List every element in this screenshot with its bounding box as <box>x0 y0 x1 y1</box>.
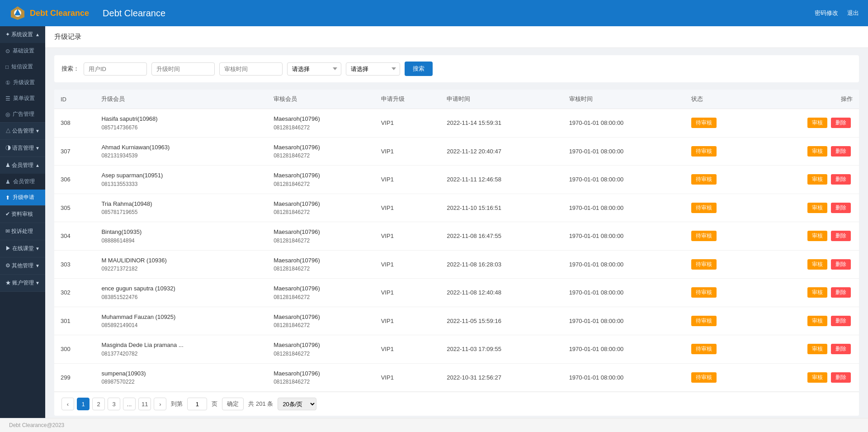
cell-upgrade-member: M MAULIDINOR (10936) 092271372182 <box>95 250 267 279</box>
delete-action-btn[interactable]: 删除 <box>831 174 851 185</box>
sidebar-item-label: 广告管理 <box>13 110 34 118</box>
cell-actions: 审核 删除 <box>754 137 859 166</box>
header: Debt Clearance Debt Clearance 密码修改 退出 <box>0 0 868 26</box>
delete-action-btn[interactable]: 删除 <box>831 372 851 383</box>
sidebar-section-header-language[interactable]: ◑ 语言管理 ▼ <box>0 140 45 157</box>
review-action-btn[interactable]: 审核 <box>807 231 827 241</box>
sidebar-section-member: ♟ 会员管理 ▲ ♟ 会员管理 ⬆ 升级申请 <box>0 157 45 206</box>
page-btn-1[interactable]: 1 <box>77 398 90 410</box>
cell-apply-time: 2022-11-08 12:40:48 <box>440 279 562 307</box>
sidebar-section-complaint: ✉ 投诉处理 <box>0 223 45 240</box>
cell-id: 299 <box>54 363 95 392</box>
table-header-row: ID 升级会员 审核会员 申请升级 申请时间 审核时间 状态 操作 <box>54 90 859 109</box>
sidebar-item-ad-management[interactable]: ◎ 广告管理 <box>0 106 45 122</box>
sidebar-section-header-member[interactable]: ♟ 会员管理 ▲ <box>0 157 45 174</box>
cell-review-time: 1970-01-01 08:00:00 <box>563 194 685 222</box>
table-row: 307 Ahmad Kurniawan(10963) 082131934539 … <box>54 137 859 166</box>
cell-upgrade-member: Muhammad Fauzan (10925) 085892149014 <box>95 307 267 335</box>
cell-review-member: Maesaroh(10796) 081281846272 <box>267 222 375 251</box>
cell-apply-time: 2022-11-05 15:59:16 <box>440 307 562 335</box>
sidebar-item-menu-settings[interactable]: ☰ 菜单设置 <box>0 90 45 106</box>
cell-status: 待审核 <box>685 279 754 307</box>
page-goto-input[interactable] <box>187 398 207 410</box>
footer-text: Debt Clearance@2023 <box>9 422 64 428</box>
search-upgrade-time-input[interactable] <box>151 62 215 76</box>
prev-page-btn[interactable]: ‹ <box>61 398 74 410</box>
next-page-btn[interactable]: › <box>154 398 166 410</box>
cell-actions: 审核 删除 <box>754 109 859 138</box>
cell-actions: 审核 删除 <box>754 279 859 307</box>
table-row: 301 Muhammad Fauzan (10925) 085892149014… <box>54 307 859 335</box>
search-label: 搜索： <box>61 65 79 73</box>
search-select-1[interactable]: 请选择 <box>287 62 341 76</box>
page-btn-11[interactable]: 11 <box>138 398 151 410</box>
sidebar-item-label: 菜单设置 <box>13 95 35 102</box>
sidebar-section-language: ◑ 语言管理 ▼ <box>0 140 45 157</box>
table-row: 305 Tria Rahma(10948) 085781719655 Maesa… <box>54 194 859 222</box>
search-user-id-input[interactable] <box>84 62 147 76</box>
sidebar-section-label-language: ◑ 语言管理 <box>5 144 34 152</box>
review-action-btn[interactable]: 审核 <box>807 118 827 128</box>
sidebar-section-header-online-class[interactable]: ▶ 在线课堂 ▼ <box>0 240 45 257</box>
sidebar-section-header-complaint[interactable]: ✉ 投诉处理 <box>0 223 45 240</box>
cell-status: 待审核 <box>685 335 754 364</box>
sidebar-section-header-system[interactable]: ✦ 系统设置 ▲ <box>0 26 45 43</box>
ad-icon: ◎ <box>5 111 10 118</box>
review-action-btn[interactable]: 审核 <box>807 203 827 213</box>
sidebar-item-upgrade-settings[interactable]: ① 升级设置 <box>0 75 45 90</box>
sidebar-item-basic-settings[interactable]: ⊙ 基础设置 <box>0 43 45 59</box>
delete-action-btn[interactable]: 删除 <box>831 146 851 157</box>
review-action-btn[interactable]: 审核 <box>807 344 827 354</box>
change-password-btn[interactable]: 密码修改 <box>815 9 838 17</box>
delete-action-btn[interactable]: 删除 <box>831 344 851 354</box>
page-size-select[interactable]: 20条/页 50条/页 100条/页 <box>278 398 316 410</box>
sidebar-section-label-online-class: ▶ 在线课堂 <box>5 245 34 252</box>
sidebar-item-upgrade-apply[interactable]: ⬆ 升级申请 <box>0 190 45 205</box>
delete-action-btn[interactable]: 删除 <box>831 118 851 128</box>
review-action-btn[interactable]: 审核 <box>807 174 827 185</box>
sidebar-section-header-other[interactable]: ⚙ 其他管理 ▼ <box>0 257 45 274</box>
delete-action-btn[interactable]: 删除 <box>831 203 851 213</box>
delete-action-btn[interactable]: 删除 <box>831 231 851 241</box>
search-review-time-input[interactable] <box>219 62 283 76</box>
page-confirm-btn[interactable]: 确定 <box>222 398 244 410</box>
delete-action-btn[interactable]: 删除 <box>831 287 851 298</box>
logout-btn[interactable]: 退出 <box>847 9 859 17</box>
layout: ✦ 系统设置 ▲ ⊙ 基础设置 □ 短信设置 ① 升级设置 ☰ 菜单设置 ◎ 广… <box>0 26 868 418</box>
review-action-btn[interactable]: 审核 <box>807 316 827 326</box>
chevron-icon3: ▼ <box>35 246 40 251</box>
cell-upgrade-member: ence gugun saputra (10932) 083851522476 <box>95 279 267 307</box>
cell-apply-upgrade: VIP1 <box>375 363 440 392</box>
review-action-btn[interactable]: 审核 <box>807 287 827 298</box>
delete-action-btn[interactable]: 删除 <box>831 259 851 270</box>
cell-id: 308 <box>54 109 95 138</box>
page-btn-2[interactable]: 2 <box>92 398 105 410</box>
sidebar-section-online-class: ▶ 在线课堂 ▼ <box>0 240 45 257</box>
cell-id: 304 <box>54 222 95 251</box>
sidebar-item-member-management[interactable]: ♟ 会员管理 <box>0 174 45 190</box>
sidebar-section-header-announcement[interactable]: △ 公告管理 ▼ <box>0 123 45 139</box>
search-select-2[interactable]: 请选择 <box>346 62 400 76</box>
review-action-btn[interactable]: 审核 <box>807 146 827 157</box>
search-bar: 搜索： 请选择 请选择 搜索 <box>54 55 859 82</box>
review-action-btn[interactable]: 审核 <box>807 372 827 383</box>
sidebar-section-account: ★ 账户管理 ▼ <box>0 275 45 292</box>
cell-id: 301 <box>54 307 95 335</box>
sidebar-item-sms-settings[interactable]: □ 短信设置 <box>0 59 45 75</box>
review-action-btn[interactable]: 审核 <box>807 259 827 270</box>
header-actions: 密码修改 退出 <box>815 9 859 17</box>
table-row: 308 Hasifa saputri(10968) 085714736676 M… <box>54 109 859 138</box>
cell-id: 307 <box>54 137 95 166</box>
upgrade-records-table: ID 升级会员 审核会员 申请升级 申请时间 审核时间 状态 操作 308 <box>54 90 859 392</box>
page-title: 升级记录 <box>54 33 81 40</box>
delete-action-btn[interactable]: 删除 <box>831 316 851 326</box>
cell-review-member: Maesaroh(10796) 081281846272 <box>267 109 375 138</box>
page-btn-3[interactable]: 3 <box>108 398 120 410</box>
cell-review-member: Maesaroh(10796) 081281846272 <box>267 363 375 392</box>
sidebar-section-header-account[interactable]: ★ 账户管理 ▼ <box>0 275 45 291</box>
cell-actions: 审核 删除 <box>754 307 859 335</box>
search-button[interactable]: 搜索 <box>405 62 433 76</box>
cell-apply-time: 2022-11-08 16:28:03 <box>440 250 562 279</box>
cell-apply-upgrade: VIP1 <box>375 194 440 222</box>
sidebar-section-header-data-review[interactable]: ✔ 资料审核 <box>0 206 45 223</box>
